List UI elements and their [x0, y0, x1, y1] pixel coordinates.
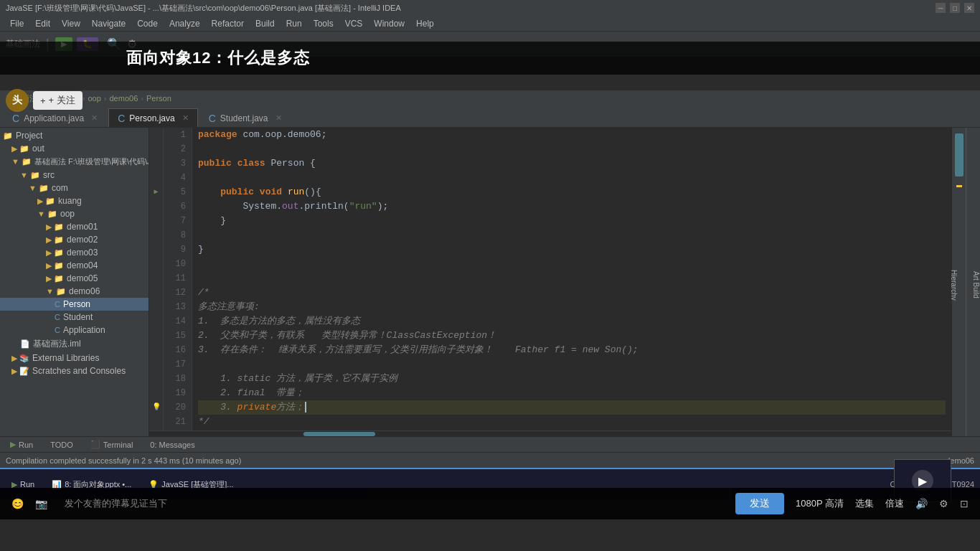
- line-num: 15: [164, 329, 186, 343]
- tree-item-com[interactable]: ▼ 📁 com: [0, 182, 149, 194]
- danmaku-placeholder[interactable]: 发个友善的弹幕见证当下: [59, 497, 724, 510]
- tree-item-oop[interactable]: ▼ 📁 oop: [0, 207, 149, 220]
- run-icon: ▶: [10, 440, 16, 449]
- bottom-tab-todo[interactable]: TODO: [46, 439, 77, 451]
- tree-item-person[interactable]: C Person: [0, 298, 149, 311]
- tree-item-application[interactable]: C Application: [0, 324, 149, 336]
- tree-item-demo02[interactable]: ▶ 📁 demo02: [0, 233, 149, 246]
- code-content[interactable]: package com.oop.demo06; public class Per…: [192, 128, 951, 430]
- folder-icon: ▼ 📁: [37, 209, 57, 219]
- tree-item-demo05[interactable]: ▶ 📁 demo05: [0, 272, 149, 285]
- bottom-tab-terminal[interactable]: ⬛ Terminal: [86, 438, 138, 451]
- menu-code[interactable]: Code: [131, 17, 164, 30]
- emoji-button-1[interactable]: 😊: [11, 498, 24, 509]
- code-line: [198, 257, 946, 271]
- code-line-active[interactable]: 3. private方法；: [198, 400, 946, 415]
- close-button[interactable]: ✕: [964, 3, 974, 13]
- tab-close[interactable]: ✕: [182, 113, 189, 123]
- tab-student[interactable]: C Student.java ✕: [199, 108, 291, 127]
- tree-item-src[interactable]: ▼ 📁 src: [0, 169, 149, 182]
- send-button[interactable]: 发送: [735, 493, 784, 514]
- menu-vcs[interactable]: VCS: [339, 17, 369, 30]
- tree-item-out[interactable]: ▶ 📁 out: [0, 142, 149, 155]
- menu-file[interactable]: File: [4, 17, 29, 30]
- scroll-thumb[interactable]: [303, 432, 375, 436]
- menu-build[interactable]: Build: [250, 17, 281, 30]
- terminal-icon: ⬛: [90, 440, 100, 449]
- menu-navigate[interactable]: Navigate: [86, 17, 131, 30]
- menu-edit[interactable]: Edit: [29, 17, 56, 30]
- tree-label: Student: [63, 312, 93, 322]
- code-line: [198, 271, 946, 286]
- gutter-line: [149, 372, 163, 386]
- gutter-line: 💡: [149, 400, 163, 415]
- menu-refactor[interactable]: Refactor: [206, 17, 250, 30]
- playback-label[interactable]: 倍速: [885, 497, 904, 510]
- tree-item-iml[interactable]: 📄 基础画法.iml: [0, 336, 149, 352]
- menu-view[interactable]: View: [56, 17, 86, 30]
- tab-bar: C Application.java ✕ C Person.java ✕ C S…: [0, 106, 980, 128]
- breadcrumb-item[interactable]: demo06: [110, 94, 138, 103]
- tree-item-demo03[interactable]: ▶ 📁 demo03: [0, 246, 149, 259]
- java-icon: C: [55, 326, 60, 334]
- gutter-line: [149, 128, 163, 142]
- line-num: 19: [164, 386, 186, 400]
- tree-label: demo06: [69, 286, 100, 296]
- code-line: 多态注意事项:: [198, 300, 946, 314]
- menu-help[interactable]: Help: [410, 17, 440, 30]
- breadcrumb-item[interactable]: Person: [146, 94, 171, 103]
- tree-label: oop: [60, 209, 75, 219]
- folder-icon: ▶ 📁: [37, 197, 55, 206]
- code-line: package com.oop.demo06;: [198, 128, 946, 142]
- tree-item-demo06[interactable]: ▼ 📁 demo06: [0, 285, 149, 298]
- tree-label: 基础画法 F:\班级管理\网课\代码\Ja...: [34, 156, 149, 167]
- tree-item-root[interactable]: ▼ 📁 基础画法 F:\班级管理\网课\代码\Ja...: [0, 155, 149, 169]
- breadcrumb-item[interactable]: oop: [88, 94, 100, 103]
- tree-item-ext-libs[interactable]: ▶ 📚 External Libraries: [0, 352, 149, 364]
- gutter-line: [149, 415, 163, 429]
- tree-label: demo01: [67, 222, 98, 232]
- code-line: public class Person {: [198, 156, 946, 171]
- emoji-button-2[interactable]: 📷: [35, 498, 47, 509]
- scroll-indicator[interactable]: [149, 430, 951, 436]
- minimap-scroll[interactable]: [955, 133, 963, 176]
- gutter-line: ▶: [149, 185, 163, 199]
- maximize-button[interactable]: □: [950, 3, 960, 13]
- gutter-line: [149, 228, 163, 242]
- tab-label: Student.java: [220, 113, 268, 123]
- tree-item-kuang[interactable]: ▶ 📁 kuang: [0, 194, 149, 207]
- pip-icon[interactable]: ⊡: [960, 498, 969, 509]
- menu-run[interactable]: Run: [281, 17, 308, 30]
- line-num: 10: [164, 257, 186, 271]
- code-editor[interactable]: ▶ 💡 1 2 3: [149, 128, 951, 430]
- line-num: 1: [164, 128, 186, 142]
- follow-button[interactable]: + + 关注: [33, 91, 83, 110]
- bottom-tabs: ▶ Run TODO ⬛ Terminal 0: Messages: [0, 436, 980, 452]
- tab-close[interactable]: ✕: [275, 113, 282, 123]
- menu-window[interactable]: Window: [368, 17, 410, 30]
- tree-item-scratches[interactable]: ▶ 📝 Scratches and Consoles: [0, 364, 149, 377]
- quality-label[interactable]: 1080P 高清: [796, 497, 844, 510]
- code-line: System.out.println("run");: [198, 199, 946, 214]
- menu-tools[interactable]: Tools: [308, 17, 339, 30]
- menu-analyze[interactable]: Analyze: [164, 17, 206, 30]
- window-controls: ─ □ ✕: [936, 3, 974, 13]
- tree-label: kuang: [58, 196, 82, 206]
- line-num: 20: [164, 400, 186, 415]
- gutter-line: [149, 242, 163, 257]
- gutter-line: [149, 343, 163, 357]
- minimize-button[interactable]: ─: [936, 3, 946, 13]
- tab-label: Person.java: [129, 113, 174, 123]
- speaker-icon[interactable]: 🔊: [915, 498, 928, 509]
- tree-item-project[interactable]: 📁 Project: [0, 129, 149, 142]
- tab-close[interactable]: ✕: [91, 113, 98, 123]
- tab-person[interactable]: C Person.java ✕: [108, 108, 198, 127]
- bottom-tab-run[interactable]: ▶ Run: [6, 438, 37, 451]
- tree-item-demo04[interactable]: ▶ 📁 demo04: [0, 259, 149, 272]
- bottom-tab-messages[interactable]: 0: Messages: [146, 439, 199, 451]
- collection-label[interactable]: 选集: [855, 497, 874, 510]
- tree-item-student[interactable]: C Student: [0, 311, 149, 324]
- settings-icon[interactable]: ⚙: [939, 498, 948, 509]
- tree-item-demo01[interactable]: ▶ 📁 demo01: [0, 220, 149, 233]
- art-build-label[interactable]: Art Build: [972, 271, 980, 298]
